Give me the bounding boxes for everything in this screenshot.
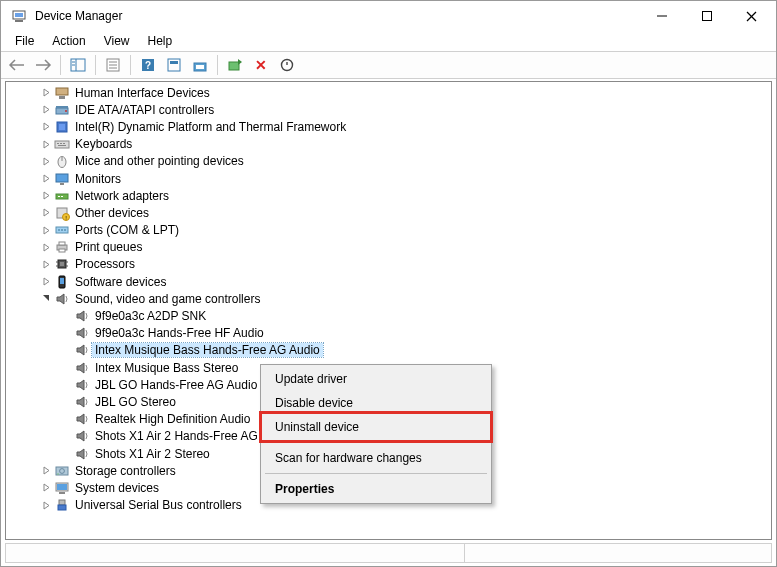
port-icon: [54, 222, 70, 238]
category-sound[interactable]: Sound, video and game controllers: [18, 290, 771, 307]
category-node[interactable]: IDE ATA/ATAPI controllers: [18, 101, 771, 118]
expand-icon[interactable]: [40, 87, 52, 99]
svg-text:?: ?: [145, 60, 151, 71]
minimize-button[interactable]: [639, 2, 684, 30]
expand-icon[interactable]: [40, 482, 52, 494]
context-properties[interactable]: Properties: [263, 477, 489, 501]
toolbar-separator: [95, 55, 96, 75]
app-icon: [11, 8, 27, 24]
uninstall-toolbar-button[interactable]: ✕: [249, 54, 273, 76]
titlebar: Device Manager: [1, 1, 776, 31]
update-driver-toolbar-button[interactable]: [188, 54, 212, 76]
svg-rect-29: [59, 124, 65, 130]
disable-device-button[interactable]: [275, 54, 299, 76]
hid-icon: [54, 85, 70, 101]
svg-rect-53: [60, 262, 64, 266]
expand-icon[interactable]: [40, 499, 52, 511]
device-label: Human Interface Devices: [72, 86, 213, 100]
category-node[interactable]: Print queues: [18, 239, 771, 256]
properties-toolbar-button[interactable]: [101, 54, 125, 76]
svg-point-62: [57, 473, 59, 475]
category-node[interactable]: Monitors: [18, 170, 771, 187]
category-node[interactable]: Intel(R) Dynamic Platform and Thermal Fr…: [18, 118, 771, 135]
svg-rect-33: [63, 143, 65, 144]
printer-icon: [54, 239, 70, 255]
back-button[interactable]: [5, 54, 29, 76]
audio-device-node[interactable]: 9f9e0a3c A2DP SNK: [18, 307, 771, 324]
show-hide-tree-button[interactable]: [66, 54, 90, 76]
speaker-icon: [74, 428, 90, 444]
expand-icon[interactable]: [40, 207, 52, 219]
speaker-icon: [74, 411, 90, 427]
expand-icon[interactable]: [40, 155, 52, 167]
category-node[interactable]: Software devices: [18, 273, 771, 290]
maximize-button[interactable]: [684, 2, 729, 30]
category-node[interactable]: Processors: [18, 256, 771, 273]
expand-icon[interactable]: [40, 104, 52, 116]
svg-rect-23: [56, 88, 68, 95]
svg-rect-64: [57, 484, 67, 490]
svg-rect-34: [58, 145, 66, 146]
context-disable-device[interactable]: Disable device: [263, 391, 489, 415]
expand-icon[interactable]: [40, 138, 52, 150]
category-node[interactable]: Mice and other pointing devices: [18, 153, 771, 170]
svg-rect-24: [59, 96, 65, 99]
scan-hardware-button[interactable]: [162, 54, 186, 76]
close-button[interactable]: [729, 2, 774, 30]
category-node[interactable]: !Other devices: [18, 204, 771, 221]
x-icon: ✕: [255, 57, 267, 73]
expand-icon[interactable]: [40, 276, 52, 288]
speaker-icon: [74, 394, 90, 410]
svg-rect-50: [59, 242, 65, 245]
device-label: JBL GO Hands-Free AG Audio: [92, 378, 260, 392]
expand-icon[interactable]: [40, 224, 52, 236]
device-label: Mice and other pointing devices: [72, 154, 247, 168]
svg-rect-67: [58, 505, 66, 510]
category-node[interactable]: Network adapters: [18, 187, 771, 204]
audio-device-node[interactable]: Intex Musique Bass Hands-Free AG Audio: [18, 342, 771, 359]
device-label: JBL GO Stereo: [92, 395, 179, 409]
device-label: Realtek High Definition Audio: [92, 412, 253, 426]
svg-rect-38: [60, 183, 64, 185]
expand-icon[interactable]: [40, 241, 52, 253]
category-node[interactable]: Keyboards: [18, 136, 771, 153]
help-toolbar-button[interactable]: ?: [136, 54, 160, 76]
device-label: Print queues: [72, 240, 145, 254]
menubar: File Action View Help: [1, 31, 776, 51]
category-node[interactable]: Human Interface Devices: [18, 84, 771, 101]
context-uninstall-device[interactable]: Uninstall device: [263, 415, 489, 439]
window-controls: [639, 2, 774, 30]
device-label: Monitors: [72, 172, 124, 186]
svg-rect-37: [56, 174, 68, 182]
context-update-driver[interactable]: Update driver: [263, 367, 489, 391]
speaker-icon: [74, 360, 90, 376]
expand-icon[interactable]: [40, 465, 52, 477]
expand-icon[interactable]: [40, 121, 52, 133]
collapse-icon[interactable]: [40, 293, 52, 305]
svg-rect-65: [59, 492, 65, 494]
enable-device-button[interactable]: [223, 54, 247, 76]
category-node[interactable]: Ports (COM & LPT): [18, 222, 771, 239]
device-label: 9f9e0a3c Hands-Free HF Audio: [92, 326, 267, 340]
expand-icon[interactable]: [40, 258, 52, 270]
expand-icon[interactable]: [40, 173, 52, 185]
svg-rect-21: [229, 62, 239, 70]
device-label: Keyboards: [72, 137, 135, 151]
forward-button[interactable]: [31, 54, 55, 76]
menu-view[interactable]: View: [96, 32, 138, 50]
speaker-icon: [54, 291, 70, 307]
svg-rect-18: [170, 61, 178, 64]
other-icon: !: [54, 205, 70, 221]
device-label: Shots X1 Air 2 Stereo: [92, 447, 213, 461]
monitor-icon: [54, 171, 70, 187]
audio-device-node[interactable]: 9f9e0a3c Hands-Free HF Audio: [18, 325, 771, 342]
expand-icon[interactable]: [40, 190, 52, 202]
menu-action[interactable]: Action: [44, 32, 93, 50]
system-icon: [54, 480, 70, 496]
menu-file[interactable]: File: [7, 32, 42, 50]
toolbar: ? ✕: [1, 51, 776, 79]
svg-rect-66: [59, 500, 65, 505]
context-scan-hardware[interactable]: Scan for hardware changes: [263, 446, 489, 470]
menu-help[interactable]: Help: [140, 32, 181, 50]
svg-rect-2: [15, 13, 23, 17]
